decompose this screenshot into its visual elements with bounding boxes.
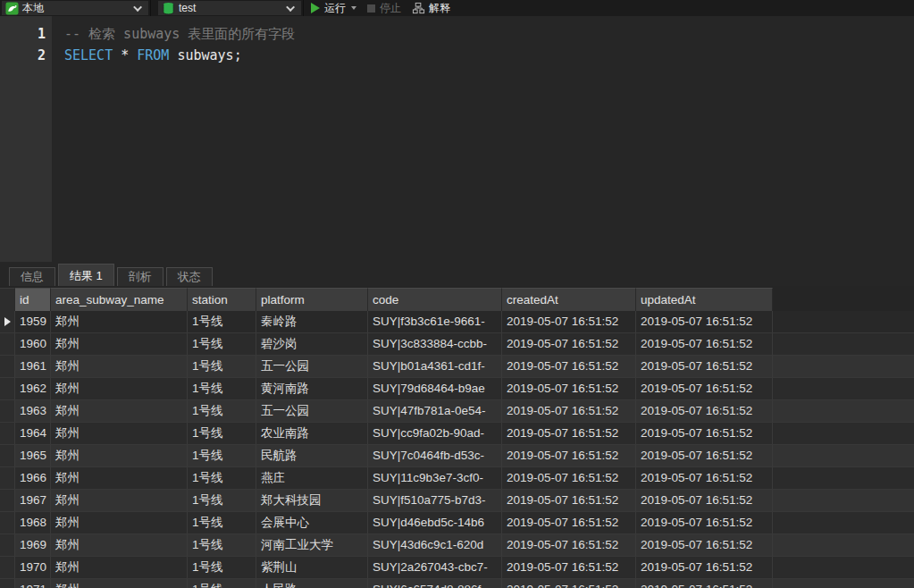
cell-code[interactable]: SUY|d46ebd5c-14b6 (368, 512, 502, 533)
cell-code[interactable]: SUY|7c0464fb-d53c- (368, 445, 502, 466)
row-selector[interactable] (0, 534, 15, 556)
cell-createdAt[interactable]: 2019-05-07 16:51:52 (502, 490, 636, 511)
row-selector[interactable] (0, 467, 15, 489)
cell-updatedAt[interactable]: 2019-05-07 16:51:52 (636, 467, 773, 489)
cell-platform[interactable]: 燕庄 (256, 467, 368, 489)
cell-createdAt[interactable]: 2019-05-07 16:51:52 (502, 557, 636, 578)
cell-updatedAt[interactable]: 2019-05-07 16:51:52 (636, 512, 773, 533)
cell-platform[interactable]: 五一公园 (256, 356, 368, 377)
cell-createdAt[interactable]: 2019-05-07 16:51:52 (502, 378, 636, 399)
cell-area_subway_name[interactable]: 郑州 (51, 445, 188, 466)
cell-area_subway_name[interactable]: 郑州 (51, 490, 188, 511)
table-row[interactable]: 1970郑州1号线紫荆山SUY|2a267043-cbc7-2019-05-07… (0, 557, 914, 579)
cell-platform[interactable]: 郑大科技园 (256, 490, 368, 511)
sql-line[interactable]: SELECT * FROM subways; (64, 45, 914, 66)
cell-station[interactable]: 1号线 (188, 579, 256, 588)
cell-station[interactable]: 1号线 (188, 467, 256, 489)
cell-id[interactable]: 1967 (15, 490, 51, 511)
cell-id[interactable]: 1966 (15, 467, 51, 489)
column-header-area_subway_name[interactable]: area_subway_name (51, 288, 188, 311)
cell-createdAt[interactable]: 2019-05-07 16:51:52 (502, 579, 636, 588)
cell-id[interactable]: 1960 (15, 333, 51, 355)
cell-id[interactable]: 1971 (15, 579, 51, 588)
tab-status[interactable]: 状态 (166, 267, 213, 286)
cell-platform[interactable]: 农业南路 (256, 423, 368, 444)
cell-id[interactable]: 1962 (15, 378, 51, 399)
cell-area_subway_name[interactable]: 郑州 (51, 467, 188, 489)
row-selector[interactable] (0, 557, 15, 578)
cell-platform[interactable]: 河南工业大学 (256, 534, 368, 556)
tab-result-1[interactable]: 结果 1 (58, 264, 114, 286)
cell-updatedAt[interactable]: 2019-05-07 16:51:52 (636, 423, 773, 444)
sql-line[interactable]: -- 检索 subways 表里面的所有字段 (64, 23, 914, 45)
cell-id[interactable]: 1968 (15, 512, 51, 533)
cell-code[interactable]: SUY|f510a775-b7d3- (368, 490, 502, 511)
cell-updatedAt[interactable]: 2019-05-07 16:51:52 (636, 557, 773, 578)
cell-area_subway_name[interactable]: 郑州 (51, 378, 188, 399)
tab-info[interactable]: 信息 (9, 267, 55, 286)
cell-code[interactable]: SUY|f3b3c61e-9661- (368, 311, 502, 332)
table-row[interactable]: 1965郑州1号线民航路SUY|7c0464fb-d53c-2019-05-07… (0, 445, 914, 467)
cell-createdAt[interactable]: 2019-05-07 16:51:52 (502, 445, 636, 466)
column-header-code[interactable]: code (368, 288, 502, 311)
cell-code[interactable]: SUY|47fb781a-0e54- (368, 400, 502, 422)
row-selector[interactable] (0, 333, 15, 355)
sql-code-area[interactable]: -- 检索 subways 表里面的所有字段SELECT * FROM subw… (52, 16, 914, 262)
cell-station[interactable]: 1号线 (188, 400, 256, 422)
cell-id[interactable]: 1970 (15, 557, 51, 578)
table-row[interactable]: 1966郑州1号线燕庄SUY|11c9b3e7-3cf0-2019-05-07 … (0, 467, 914, 490)
cell-code[interactable]: SUY|79d68464-b9ae (368, 378, 502, 399)
cell-createdAt[interactable]: 2019-05-07 16:51:52 (502, 311, 636, 332)
cell-updatedAt[interactable]: 2019-05-07 16:51:52 (636, 311, 773, 332)
table-row[interactable]: 1960郑州1号线碧沙岗SUY|3c833884-ccbb-2019-05-07… (0, 333, 914, 356)
cell-id[interactable]: 1961 (15, 356, 51, 377)
cell-createdAt[interactable]: 2019-05-07 16:51:52 (502, 356, 636, 377)
cell-code[interactable]: SUY|b01a4361-cd1f- (368, 356, 502, 377)
explain-button[interactable]: 解释 (407, 1, 456, 15)
cell-updatedAt[interactable]: 2019-05-07 16:51:52 (636, 579, 773, 588)
table-row[interactable]: 1963郑州1号线五一公园SUY|47fb781a-0e54-2019-05-0… (0, 400, 914, 423)
connection-select[interactable]: 本地 (2, 1, 148, 15)
row-selector[interactable] (0, 423, 15, 444)
table-row[interactable]: 1962郑州1号线黄河南路SUY|79d68464-b9ae2019-05-07… (0, 378, 914, 400)
cell-station[interactable]: 1号线 (188, 534, 256, 556)
cell-id[interactable]: 1969 (15, 534, 51, 556)
cell-updatedAt[interactable]: 2019-05-07 16:51:52 (636, 333, 773, 355)
cell-platform[interactable]: 紫荆山 (256, 557, 368, 578)
cell-station[interactable]: 1号线 (188, 490, 256, 511)
cell-area_subway_name[interactable]: 郑州 (51, 356, 188, 377)
cell-station[interactable]: 1号线 (188, 512, 256, 533)
column-header-station[interactable]: station (188, 288, 256, 311)
cell-area_subway_name[interactable]: 郑州 (51, 423, 188, 444)
sql-editor[interactable]: 12 -- 检索 subways 表里面的所有字段SELECT * FROM s… (0, 16, 914, 262)
cell-station[interactable]: 1号线 (188, 333, 256, 355)
row-selector[interactable] (0, 356, 15, 377)
run-button[interactable]: 运行 (306, 1, 362, 15)
column-header-platform[interactable]: platform (256, 288, 368, 311)
cell-updatedAt[interactable]: 2019-05-07 16:51:52 (636, 490, 773, 511)
cell-updatedAt[interactable]: 2019-05-07 16:51:52 (636, 378, 773, 399)
table-row[interactable]: 1971郑州1号线人民路SUY|6c6574d8-886f2019-05-07 … (0, 579, 914, 588)
cell-updatedAt[interactable]: 2019-05-07 16:51:52 (636, 445, 773, 466)
cell-platform[interactable]: 黄河南路 (256, 378, 368, 399)
cell-platform[interactable]: 碧沙岗 (256, 333, 368, 355)
cell-createdAt[interactable]: 2019-05-07 16:51:52 (502, 512, 636, 533)
row-selector[interactable] (0, 400, 15, 422)
cell-id[interactable]: 1959 (15, 311, 51, 332)
cell-area_subway_name[interactable]: 郑州 (51, 512, 188, 533)
cell-createdAt[interactable]: 2019-05-07 16:51:52 (502, 467, 636, 489)
cell-station[interactable]: 1号线 (188, 423, 256, 444)
cell-platform[interactable]: 五一公园 (256, 400, 368, 422)
cell-code[interactable]: SUY|11c9b3e7-3cf0- (368, 467, 502, 489)
cell-createdAt[interactable]: 2019-05-07 16:51:52 (502, 400, 636, 422)
cell-createdAt[interactable]: 2019-05-07 16:51:52 (502, 534, 636, 556)
cell-station[interactable]: 1号线 (188, 557, 256, 578)
row-selector[interactable] (0, 445, 15, 466)
cell-station[interactable]: 1号线 (188, 356, 256, 377)
cell-updatedAt[interactable]: 2019-05-07 16:51:52 (636, 356, 773, 377)
cell-createdAt[interactable]: 2019-05-07 16:51:52 (502, 423, 636, 444)
cell-platform[interactable]: 民航路 (256, 445, 368, 466)
cell-station[interactable]: 1号线 (188, 311, 256, 332)
cell-area_subway_name[interactable]: 郑州 (51, 579, 188, 588)
tab-profile[interactable]: 剖析 (117, 267, 164, 286)
